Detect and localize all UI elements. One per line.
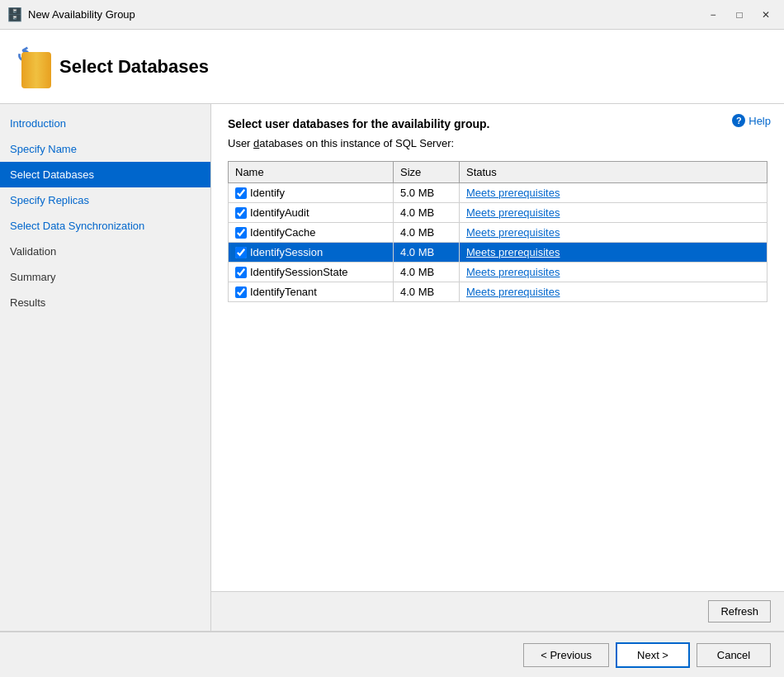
footer: < Previous Next > Cancel bbox=[0, 631, 784, 677]
cell-status: Meets prerequisites bbox=[460, 203, 767, 223]
db-name: IdentifyAudit bbox=[250, 206, 309, 219]
titlebar: 🗄️ New Availability Group − □ ✕ bbox=[0, 0, 784, 30]
sidebar-item-specify-replicas[interactable]: Specify Replicas bbox=[0, 187, 210, 213]
page-header: ↺ Select Databases bbox=[0, 30, 784, 104]
db-name: IdentifyTenant bbox=[250, 286, 317, 298]
maximize-button[interactable]: □ bbox=[728, 5, 751, 25]
content-panel: ? Help Select user databases for the ava… bbox=[211, 104, 784, 631]
cell-name: IdentifyCache bbox=[229, 223, 394, 243]
sidebar-item-results: Results bbox=[0, 290, 210, 315]
status-link[interactable]: Meets prerequisites bbox=[466, 286, 560, 298]
cell-status: Meets prerequisites bbox=[460, 282, 767, 302]
status-link[interactable]: Meets prerequisites bbox=[466, 246, 560, 258]
section-description: User databases on this instance of SQL S… bbox=[228, 137, 767, 149]
status-link[interactable]: Meets prerequisites bbox=[466, 187, 560, 199]
table-row[interactable]: IdentifySessionState4.0 MBMeets prerequi… bbox=[229, 263, 767, 282]
col-header-status: Status bbox=[460, 162, 767, 183]
sidebar-item-specify-name[interactable]: Specify Name bbox=[0, 136, 210, 162]
db-name: Identify bbox=[250, 187, 285, 199]
table-row[interactable]: Identify5.0 MBMeets prerequisites bbox=[229, 183, 767, 203]
window-controls: − □ ✕ bbox=[701, 5, 777, 25]
header-icon: ↺ bbox=[13, 44, 59, 90]
cell-status: Meets prerequisites bbox=[460, 263, 767, 282]
db-checkbox[interactable] bbox=[235, 286, 247, 298]
refresh-button[interactable]: Refresh bbox=[708, 600, 771, 623]
app-icon: 🗄️ bbox=[7, 7, 23, 23]
sidebar-item-select-data-sync[interactable]: Select Data Synchronization bbox=[0, 213, 210, 239]
cancel-button[interactable]: Cancel bbox=[697, 643, 771, 667]
col-header-size: Size bbox=[394, 162, 460, 183]
db-checkbox[interactable] bbox=[235, 187, 247, 199]
table-row[interactable]: IdentifySession4.0 MBMeets prerequisites bbox=[229, 243, 767, 263]
help-icon: ? bbox=[732, 114, 745, 127]
database-table: Name Size Status Identify5.0 MBMeets pre… bbox=[228, 161, 767, 302]
cell-size: 5.0 MB bbox=[394, 183, 460, 203]
cell-size: 4.0 MB bbox=[394, 282, 460, 302]
status-link[interactable]: Meets prerequisites bbox=[466, 206, 560, 219]
cell-size: 4.0 MB bbox=[394, 223, 460, 243]
cell-name: IdentifyAudit bbox=[229, 203, 394, 223]
section-title: Select user databases for the availabili… bbox=[228, 117, 767, 130]
main-area: Introduction Specify Name Select Databas… bbox=[0, 104, 784, 631]
previous-button[interactable]: < Previous bbox=[523, 643, 609, 667]
next-button[interactable]: Next > bbox=[616, 642, 690, 668]
close-button[interactable]: ✕ bbox=[754, 5, 777, 25]
cell-size: 4.0 MB bbox=[394, 263, 460, 282]
cell-name: Identify bbox=[229, 183, 394, 203]
db-checkbox[interactable] bbox=[235, 207, 247, 219]
page-title: Select Databases bbox=[59, 56, 209, 78]
cell-name: IdentifyTenant bbox=[229, 282, 394, 302]
cell-status: Meets prerequisites bbox=[460, 183, 767, 203]
help-label: Help bbox=[749, 115, 771, 127]
table-row[interactable]: IdentifyCache4.0 MBMeets prerequisites bbox=[229, 223, 767, 243]
sidebar: Introduction Specify Name Select Databas… bbox=[0, 104, 211, 631]
window-title: New Availability Group bbox=[28, 8, 701, 21]
cylinder-icon bbox=[21, 52, 51, 88]
status-link[interactable]: Meets prerequisites bbox=[466, 266, 560, 278]
table-row[interactable]: IdentifyAudit4.0 MBMeets prerequisites bbox=[229, 203, 767, 223]
col-header-name: Name bbox=[229, 162, 394, 183]
table-header-row: Name Size Status bbox=[229, 162, 767, 183]
db-checkbox[interactable] bbox=[235, 247, 247, 258]
cell-status: Meets prerequisites bbox=[460, 223, 767, 243]
bottom-toolbar: Refresh bbox=[211, 591, 784, 631]
minimize-button[interactable]: − bbox=[701, 5, 725, 25]
sidebar-item-introduction[interactable]: Introduction bbox=[0, 111, 210, 136]
sidebar-item-validation: Validation bbox=[0, 239, 210, 264]
content-inner: ? Help Select user databases for the ava… bbox=[211, 104, 784, 591]
table-row[interactable]: IdentifyTenant4.0 MBMeets prerequisites bbox=[229, 282, 767, 302]
sidebar-item-summary: Summary bbox=[0, 264, 210, 290]
status-link[interactable]: Meets prerequisites bbox=[466, 226, 560, 239]
cell-size: 4.0 MB bbox=[394, 203, 460, 223]
db-checkbox[interactable] bbox=[235, 267, 247, 278]
help-link[interactable]: ? Help bbox=[732, 114, 771, 127]
db-name: IdentifyCache bbox=[250, 226, 316, 239]
sidebar-item-select-databases[interactable]: Select Databases bbox=[0, 162, 210, 187]
db-name: IdentifySession bbox=[250, 246, 323, 258]
desc-underline: d bbox=[253, 137, 259, 149]
cell-name: IdentifySessionState bbox=[229, 263, 394, 282]
db-name: IdentifySessionState bbox=[250, 266, 348, 278]
cell-name: IdentifySession bbox=[229, 243, 394, 263]
db-checkbox[interactable] bbox=[235, 227, 247, 239]
cell-status: Meets prerequisites bbox=[460, 243, 767, 263]
cell-size: 4.0 MB bbox=[394, 243, 460, 263]
